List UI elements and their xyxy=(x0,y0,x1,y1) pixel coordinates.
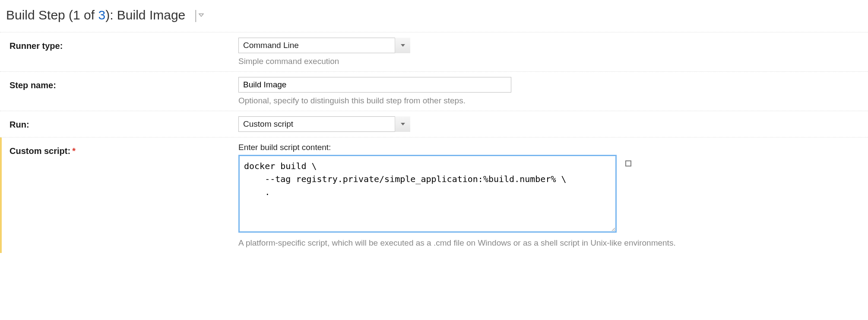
runner-type-select-value[interactable]: Command Line xyxy=(238,38,410,53)
heading-of: of xyxy=(80,8,98,22)
section-custom-script: Custom script:* Enter build script conte… xyxy=(0,137,868,253)
custom-script-textarea[interactable] xyxy=(238,155,617,233)
required-asterisk: * xyxy=(72,146,76,156)
heading-prefix: Build Step ( xyxy=(6,8,73,22)
chevron-down-icon xyxy=(198,13,204,17)
run-select[interactable]: Custom script xyxy=(238,116,410,132)
heading-step-current: 1 xyxy=(73,8,80,22)
custom-script-hint: A platform-specific script, which will b… xyxy=(238,238,859,248)
section-step-name: Step name: Optional, specify to distingu… xyxy=(0,71,868,111)
heading-step-title: Build Image xyxy=(117,8,185,22)
custom-script-label: Custom script:* xyxy=(10,143,238,156)
expand-icon xyxy=(625,160,631,166)
run-select-value[interactable]: Custom script xyxy=(238,116,410,132)
step-name-hint: Optional, specify to distinguish this bu… xyxy=(238,96,859,106)
reorder-steps-dropdown[interactable]: | xyxy=(194,8,204,22)
page-heading: Build Step (1 of 3): Build Image | xyxy=(0,0,868,32)
svg-marker-0 xyxy=(199,14,203,16)
step-name-input[interactable] xyxy=(238,77,511,93)
runner-type-label: Runner type: xyxy=(10,38,238,51)
runner-type-hint: Simple command execution xyxy=(238,57,859,66)
heading-suffix: ): xyxy=(105,8,117,22)
expand-editor-button[interactable] xyxy=(625,159,631,169)
custom-script-field-header: Enter build script content: xyxy=(238,143,859,152)
heading-step-total-link[interactable]: 3 xyxy=(98,8,105,22)
runner-type-select[interactable]: Command Line xyxy=(238,38,410,53)
pipe-separator: | xyxy=(194,8,197,22)
heading-text: Build Step (1 of 3): Build Image xyxy=(6,8,185,22)
section-runner-type: Runner type: Command Line Simple command… xyxy=(0,32,868,71)
step-name-label: Step name: xyxy=(10,77,238,90)
run-label: Run: xyxy=(10,116,238,130)
section-run: Run: Custom script xyxy=(0,111,868,137)
